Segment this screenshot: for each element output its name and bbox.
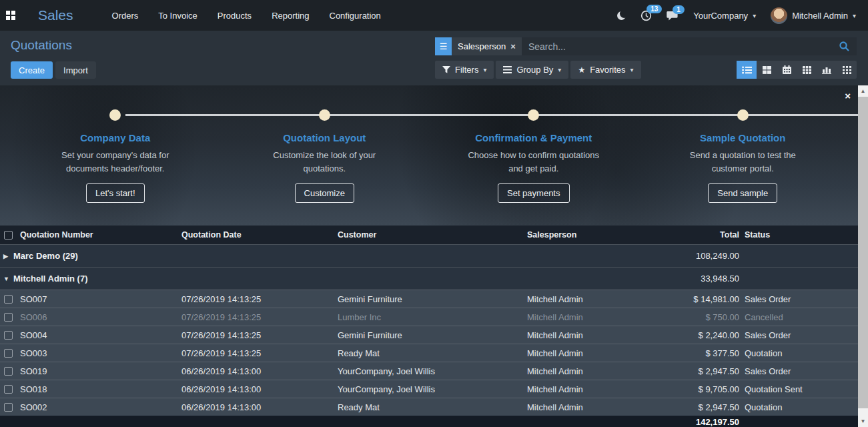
step-description: Send a quotation to test the customer po… bbox=[671, 149, 815, 175]
moon-icon bbox=[617, 11, 626, 20]
apps-menu-button[interactable] bbox=[0, 11, 25, 20]
chevron-down-icon: ▾ bbox=[558, 66, 561, 73]
table-row[interactable]: SO007 07/26/2019 14:13:25 Gemini Furnitu… bbox=[0, 290, 858, 308]
cell-total: $ 2,240.00 bbox=[654, 330, 739, 340]
view-activity-button[interactable] bbox=[837, 61, 857, 79]
cell-status: Quotation Sent bbox=[739, 384, 858, 394]
step-description: Set your company's data for documents he… bbox=[43, 149, 187, 175]
col-header-quotation-date[interactable]: Quotation Date bbox=[181, 230, 338, 240]
banner-close-icon[interactable]: × bbox=[845, 91, 851, 101]
top-navbar: Sales Orders To Invoice Products Reporti… bbox=[0, 0, 868, 31]
view-kanban-button[interactable] bbox=[757, 61, 777, 79]
step-description: Choose how to confirm quotations and get… bbox=[462, 149, 605, 175]
filters-button[interactable]: Filters ▾ bbox=[435, 61, 494, 79]
app-brand-title[interactable]: Sales bbox=[38, 7, 73, 23]
table-row[interactable]: SO004 07/26/2019 14:13:25 Gemini Furnitu… bbox=[0, 326, 858, 344]
activities-button[interactable]: 13 bbox=[640, 10, 652, 21]
create-button[interactable]: Create bbox=[11, 61, 53, 79]
cell-quotation-number: SO019 bbox=[17, 366, 181, 376]
cell-salesperson: Mitchell Admin bbox=[527, 402, 654, 412]
import-button[interactable]: Import bbox=[55, 61, 96, 79]
cell-quotation-date: 07/26/2019 14:13:25 bbox=[181, 312, 338, 322]
step-action-button[interactable]: Customize bbox=[295, 183, 354, 203]
message-count-badge: 1 bbox=[673, 5, 685, 14]
step-action-button[interactable]: Let's start! bbox=[86, 183, 145, 203]
scroll-up-button[interactable]: ▲ bbox=[858, 85, 868, 97]
group-toggle-icon[interactable]: ▶ bbox=[3, 253, 13, 260]
menu-orders[interactable]: Orders bbox=[112, 11, 139, 21]
row-checkbox[interactable] bbox=[4, 385, 13, 394]
cell-customer: Gemini Furniture bbox=[338, 330, 527, 340]
col-header-customer[interactable]: Customer bbox=[338, 230, 527, 240]
messages-button[interactable]: 1 bbox=[667, 11, 679, 21]
table-row[interactable]: SO018 06/26/2019 14:13:00 YourCompany, J… bbox=[0, 380, 858, 398]
facet-label: Salesperson bbox=[458, 41, 506, 51]
user-menu[interactable]: Mitchell Admin ▾ bbox=[771, 7, 856, 24]
favorites-button[interactable]: ★ Favorites ▾ bbox=[570, 61, 640, 79]
group-row[interactable]: ▼ Mitchell Admin (7) 33,948.50 bbox=[0, 267, 858, 290]
onboarding-steps: Company Data Set your company's data for… bbox=[0, 85, 858, 203]
user-name: Mitchell Admin bbox=[792, 11, 848, 21]
group-row[interactable]: ▶ Marc Demo (29) 108,249.00 bbox=[0, 244, 858, 267]
col-header-quotation-number[interactable]: Quotation Number bbox=[17, 230, 181, 240]
menu-reporting[interactable]: Reporting bbox=[272, 11, 309, 21]
group-total: 108,249.00 bbox=[654, 251, 739, 261]
table-row[interactable]: SO003 07/26/2019 14:13:25 Ready Mat Mitc… bbox=[0, 344, 858, 362]
row-checkbox[interactable] bbox=[4, 403, 13, 412]
graph-view-icon bbox=[822, 66, 831, 74]
cell-salesperson: Mitchell Admin bbox=[527, 294, 654, 304]
page-title: Quotations bbox=[11, 38, 435, 53]
cell-total: $ 377.50 bbox=[654, 348, 739, 358]
group-by-button[interactable]: Group By ▾ bbox=[496, 61, 568, 79]
dark-mode-toggle[interactable] bbox=[617, 11, 626, 20]
company-switcher[interactable]: YourCompany ▾ bbox=[693, 11, 756, 21]
search-bar[interactable]: ☰ Salesperson × bbox=[435, 37, 857, 55]
cell-quotation-date: 06/26/2019 14:13:00 bbox=[181, 384, 338, 394]
view-switcher bbox=[737, 61, 857, 79]
menu-configuration[interactable]: Configuration bbox=[330, 11, 381, 21]
cell-quotation-date: 06/26/2019 14:13:00 bbox=[181, 402, 338, 412]
cell-customer: YourCompany, Joel Willis bbox=[338, 366, 527, 376]
vertical-scrollbar[interactable]: ▲ ▼ bbox=[858, 85, 868, 427]
step-action-button[interactable]: Send sample bbox=[708, 183, 777, 203]
menu-products[interactable]: Products bbox=[218, 11, 252, 21]
quotations-list: Quotation Number Quotation Date Customer… bbox=[0, 226, 858, 427]
col-header-salesperson[interactable]: Salesperson bbox=[527, 230, 654, 240]
table-row[interactable]: SO019 06/26/2019 14:13:00 YourCompany, J… bbox=[0, 362, 858, 380]
group-by-facet-icon: ☰ bbox=[435, 37, 452, 55]
facet-remove-icon[interactable]: × bbox=[510, 41, 516, 51]
cell-total: $ 750.00 bbox=[654, 312, 739, 322]
chevron-down-icon: ▾ bbox=[753, 12, 756, 19]
scrollbar-thumb[interactable] bbox=[858, 97, 868, 408]
table-row[interactable]: SO002 06/26/2019 14:13:00 Ready Mat Mitc… bbox=[0, 398, 858, 416]
row-checkbox[interactable] bbox=[4, 331, 13, 340]
view-pivot-button[interactable] bbox=[797, 61, 817, 79]
step-action-button[interactable]: Set payments bbox=[498, 183, 570, 203]
systray: 13 1 YourCompany ▾ Mitchell Admin ▾ bbox=[617, 7, 868, 24]
col-header-total[interactable]: Total bbox=[654, 230, 739, 240]
table-header-row: Quotation Number Quotation Date Customer… bbox=[0, 226, 858, 244]
table-row[interactable]: SO006 07/26/2019 14:13:25 Lumber Inc Mit… bbox=[0, 308, 858, 326]
row-checkbox[interactable] bbox=[4, 295, 13, 304]
table-footer-row: 142,197.50 bbox=[0, 416, 858, 427]
search-icon[interactable] bbox=[839, 41, 850, 52]
onboarding-banner: Company Data Set your company's data for… bbox=[0, 85, 868, 226]
view-list-button[interactable] bbox=[737, 61, 757, 79]
menu-to-invoice[interactable]: To Invoice bbox=[158, 11, 197, 21]
search-facet-salesperson[interactable]: ☰ Salesperson × bbox=[435, 37, 522, 55]
row-checkbox[interactable] bbox=[4, 367, 13, 376]
select-all-checkbox[interactable] bbox=[4, 231, 13, 240]
scroll-down-button[interactable]: ▼ bbox=[858, 416, 868, 427]
view-calendar-button[interactable] bbox=[777, 61, 797, 79]
chevron-down-icon: ▾ bbox=[630, 66, 634, 73]
step-title: Quotation Layout bbox=[220, 132, 430, 143]
col-header-status[interactable]: Status bbox=[739, 230, 858, 240]
row-checkbox[interactable] bbox=[4, 313, 13, 322]
search-input[interactable] bbox=[528, 41, 839, 52]
row-checkbox[interactable] bbox=[4, 349, 13, 358]
cell-status: Quotation bbox=[739, 402, 858, 412]
cell-salesperson: Mitchell Admin bbox=[527, 348, 654, 358]
group-toggle-icon[interactable]: ▼ bbox=[3, 276, 13, 282]
view-graph-button[interactable] bbox=[817, 61, 837, 79]
cell-total: $ 2,947.50 bbox=[654, 402, 739, 412]
